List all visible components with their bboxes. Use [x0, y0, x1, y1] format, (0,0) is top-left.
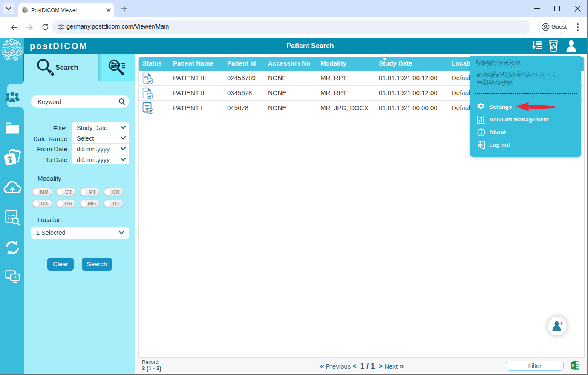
- svg-text:X: X: [571, 363, 574, 368]
